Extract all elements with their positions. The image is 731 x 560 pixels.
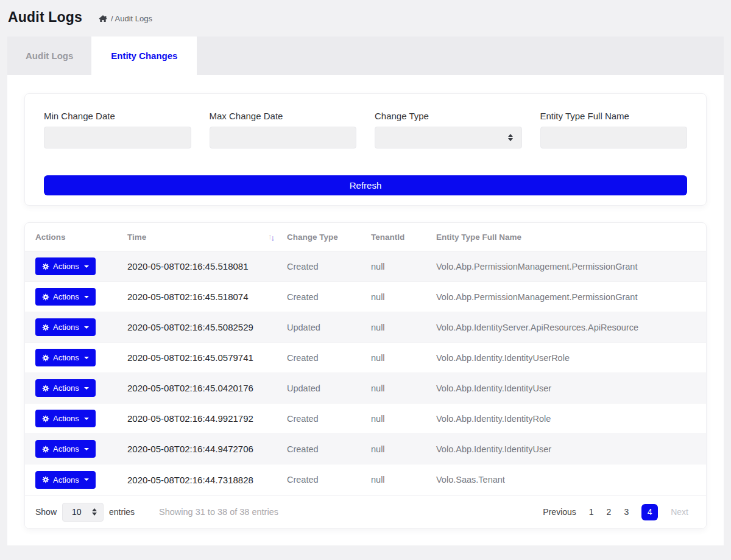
pagination-page-4[interactable]: 4 — [641, 504, 658, 520]
page-size-select[interactable]: 10 — [62, 503, 104, 522]
tab-entity-changes[interactable]: Entity Changes — [91, 37, 197, 75]
entity-type-full-name-cell: Volo.Abp.PermissionManagement.Permission… — [436, 262, 696, 271]
actions-cell: Actions — [35, 379, 127, 397]
row-actions-button[interactable]: Actions — [35, 288, 96, 306]
row-actions-button[interactable]: Actions — [35, 318, 96, 336]
time-cell: 2020-05-08T02:16:45.0579741 — [127, 352, 287, 363]
pagination-next[interactable]: Next — [671, 507, 688, 517]
entity-type-full-name-cell: Volo.Saas.Tenant — [436, 475, 696, 485]
change-type-cell: Created — [287, 444, 371, 454]
filter-field-max-change-date: Max Change Date — [210, 111, 357, 149]
gear-icon — [42, 415, 49, 422]
filter-field-min-change-date: Min Change Date — [44, 111, 191, 149]
entity-type-full-name-cell: Volo.Abp.IdentityServer.ApiResources.Api… — [436, 323, 696, 332]
pagination-page-3[interactable]: 3 — [624, 507, 629, 517]
entity-type-full-name-cell: Volo.Abp.Identity.IdentityUser — [436, 444, 696, 454]
pagination-page-2[interactable]: 2 — [607, 507, 612, 517]
caret-down-icon — [84, 418, 89, 420]
time-cell: 2020-05-08T02:16:45.518074 — [127, 292, 287, 302]
column-header-time[interactable]: Time ↑↓ — [127, 233, 287, 242]
refresh-button[interactable]: Refresh — [44, 175, 687, 195]
entity-type-full-name-cell: Volo.Abp.Identity.IdentityRole — [436, 414, 696, 424]
page-title: Audit Logs — [8, 9, 82, 26]
actions-cell: Actions — [35, 440, 127, 458]
filter-field-change-type: Change Type — [375, 111, 522, 149]
change-type-cell: Created — [287, 414, 371, 424]
caret-down-icon — [84, 357, 89, 359]
pagination-page-1[interactable]: 1 — [589, 507, 594, 517]
table-row: Actions 2020-05-08T02:16:45.0579741 Crea… — [25, 343, 706, 373]
row-actions-button[interactable]: Actions — [35, 471, 96, 489]
row-actions-button[interactable]: Actions — [35, 410, 96, 427]
tab-strip: Audit Logs Entity Changes — [7, 37, 724, 75]
time-cell: 2020-05-08T02:16:45.0420176 — [127, 383, 287, 393]
filter-grid: Min Change Date Max Change Date Change T… — [44, 111, 687, 149]
entity-type-full-name-cell: Volo.Abp.Identity.IdentityUser — [436, 383, 696, 393]
tenantid-cell: null — [371, 353, 436, 363]
row-actions-button-label: Actions — [53, 323, 79, 332]
caret-down-icon — [84, 478, 89, 481]
column-header-time-label: Time — [127, 233, 146, 242]
tenantid-cell: null — [371, 475, 436, 485]
gear-icon — [42, 446, 49, 453]
column-header-actions[interactable]: Actions — [35, 233, 127, 242]
sort-up-down-icon[interactable]: ↑↓ — [268, 233, 274, 242]
caret-down-icon — [84, 265, 89, 268]
table-row: Actions 2020-05-08T02:16:45.518081 Creat… — [25, 251, 706, 282]
tenantid-cell: null — [371, 292, 436, 302]
column-header-tenantid[interactable]: TenantId — [371, 233, 436, 242]
entity-changes-table-card: Actions Time ↑↓ Change Type TenantId Ent… — [24, 222, 707, 529]
gear-icon — [42, 354, 49, 362]
row-actions-button-label: Actions — [53, 475, 79, 485]
change-type-cell: Created — [287, 262, 371, 271]
entity-type-full-name-cell: Volo.Abp.PermissionManagement.Permission… — [436, 292, 696, 302]
row-actions-button[interactable]: Actions — [35, 440, 96, 458]
time-cell: 2020-05-08T02:16:44.7318828 — [127, 475, 287, 485]
min-change-date-label: Min Change Date — [44, 111, 191, 121]
entity-type-full-name-input[interactable] — [540, 127, 688, 149]
time-cell: 2020-05-08T02:16:45.518081 — [127, 261, 287, 271]
row-actions-button[interactable]: Actions — [35, 349, 96, 366]
filter-card: Min Change Date Max Change Date Change T… — [24, 93, 707, 206]
max-change-date-input[interactable] — [210, 127, 357, 149]
actions-cell: Actions — [35, 288, 127, 306]
table-header-row: Actions Time ↑↓ Change Type TenantId Ent… — [25, 223, 706, 251]
column-header-entity-type-full-name[interactable]: Entity Type Full Name — [436, 233, 696, 242]
row-actions-button[interactable]: Actions — [35, 379, 96, 397]
row-actions-button-label: Actions — [53, 353, 79, 362]
change-type-select[interactable] — [375, 127, 522, 149]
row-actions-button-label: Actions — [53, 414, 79, 423]
table-row: Actions 2020-05-08T02:16:44.7318828 Crea… — [25, 464, 706, 495]
actions-cell: Actions — [35, 410, 127, 427]
tab-audit-logs-label: Audit Logs — [26, 51, 73, 61]
showing-entries-text: Showing 31 to 38 of 38 entries — [159, 507, 278, 517]
table-body: Actions 2020-05-08T02:16:45.518081 Creat… — [25, 251, 706, 495]
breadcrumb-current: / Audit Logs — [111, 14, 152, 23]
page-size-value: 10 — [72, 507, 82, 517]
caret-down-icon — [84, 387, 89, 390]
actions-cell: Actions — [35, 318, 127, 336]
change-type-cell: Updated — [287, 323, 371, 332]
row-actions-button-label: Actions — [53, 262, 79, 271]
table-row: Actions 2020-05-08T02:16:45.5082529 Upda… — [25, 312, 706, 343]
pagination-previous[interactable]: Previous — [543, 507, 576, 517]
column-header-change-type[interactable]: Change Type — [287, 233, 371, 242]
gear-icon — [42, 385, 49, 392]
row-actions-button-label: Actions — [53, 292, 79, 301]
change-type-cell: Created — [287, 353, 371, 363]
table-footer: Show 10 entries Showing 31 to 38 of 38 e… — [25, 495, 706, 528]
row-actions-button[interactable]: Actions — [35, 257, 96, 275]
tab-audit-logs[interactable]: Audit Logs — [7, 37, 91, 75]
gear-icon — [42, 263, 49, 270]
table-row: Actions 2020-05-08T02:16:44.9472706 Crea… — [25, 434, 706, 464]
show-label: Show — [35, 507, 57, 517]
min-change-date-input[interactable] — [44, 127, 191, 149]
tenantid-cell: null — [371, 414, 436, 424]
max-change-date-label: Max Change Date — [210, 111, 357, 121]
caret-down-icon — [84, 448, 89, 450]
gear-icon — [42, 293, 49, 301]
tenantid-cell: null — [371, 262, 436, 271]
home-icon[interactable] — [99, 15, 107, 23]
breadcrumb: / Audit Logs — [99, 14, 152, 23]
gear-icon — [42, 324, 49, 331]
